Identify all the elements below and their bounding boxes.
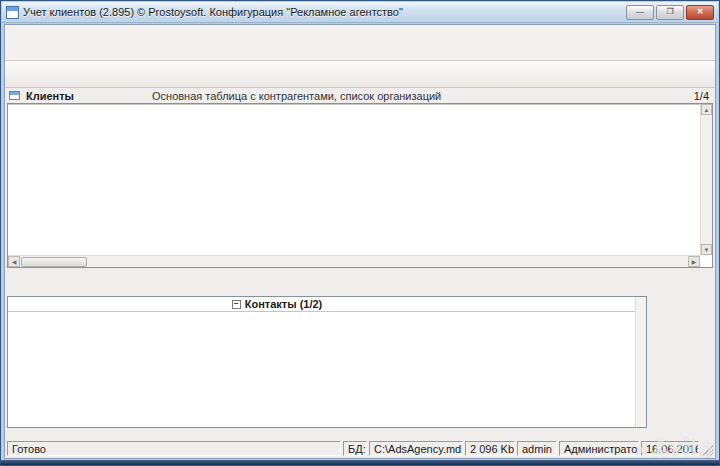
section-header: Клиенты Основная таблица с контрагентами… <box>7 88 713 103</box>
resize-grip[interactable] <box>701 441 713 456</box>
table-icon <box>9 91 20 100</box>
db-label: БД: <box>343 441 367 456</box>
table-name: Клиенты <box>26 90 146 102</box>
table-description: Основная таблица с контрагентами, список… <box>152 90 688 102</box>
hscroll-thumb[interactable] <box>21 257 87 267</box>
user-role: Администратор <box>559 441 639 456</box>
client-area: Клиенты Основная таблица с контрагентами… <box>4 24 716 459</box>
db-path: C:\AdsAgency.mdb <box>369 441 463 456</box>
restore-button[interactable]: ❐ <box>656 5 684 20</box>
scroll-left-icon[interactable]: ◀ <box>8 256 20 267</box>
contacts-grid-empty <box>8 312 646 427</box>
status-bar: Готово БД: C:\AdsAgency.mdb 2 096 Kb adm… <box>5 439 715 458</box>
menu-bar <box>5 25 715 42</box>
window-bottom-border <box>1 460 719 465</box>
splitter[interactable] <box>7 268 713 279</box>
record-counter: 1/4 <box>694 90 711 102</box>
scroll-down-icon[interactable]: ▼ <box>701 244 712 255</box>
table-tabs <box>5 42 715 61</box>
detail-tabs <box>7 279 713 296</box>
contacts-title: Контакты (1/2) <box>245 298 323 310</box>
minimize-button[interactable]: — <box>626 5 654 20</box>
status-date: 16.06.2016 <box>641 441 699 456</box>
window-title: Учет клиентов (2.895) © Prostoysoft. Кон… <box>23 6 622 18</box>
db-size: 2 096 Kb <box>465 441 515 456</box>
toolbar <box>5 61 715 88</box>
clients-grid-empty <box>8 105 712 255</box>
clients-grid-vscrollbar[interactable]: ▲ ▼ <box>700 104 712 255</box>
contacts-title-bar: − Контакты (1/2) <box>8 297 546 311</box>
collapse-icon[interactable]: − <box>232 300 241 309</box>
content: Клиенты Основная таблица с контрагентами… <box>5 88 715 439</box>
close-button[interactable]: ✕ <box>686 5 714 20</box>
contacts-grid: − Контакты (1/2) <box>7 296 647 428</box>
user-login: admin <box>517 441 557 456</box>
app-icon <box>6 6 19 19</box>
clients-grid-hscrollbar[interactable]: ◀ ▶ <box>8 255 700 267</box>
contacts-grid-vscrollbar[interactable] <box>635 297 646 427</box>
status-message: Готово <box>7 441 341 456</box>
clients-grid: ▲ ▼ ◀ ▶ <box>7 103 713 268</box>
scroll-right-icon[interactable]: ▶ <box>688 256 700 267</box>
detail-area: − Контакты (1/2) <box>7 296 713 439</box>
scroll-up-icon[interactable]: ▲ <box>701 104 712 115</box>
title-bar[interactable]: Учет клиентов (2.895) © Prostoysoft. Кон… <box>2 2 718 23</box>
app-window: Учет клиентов (2.895) © Prostoysoft. Кон… <box>0 0 720 466</box>
record-buttons <box>647 296 654 299</box>
